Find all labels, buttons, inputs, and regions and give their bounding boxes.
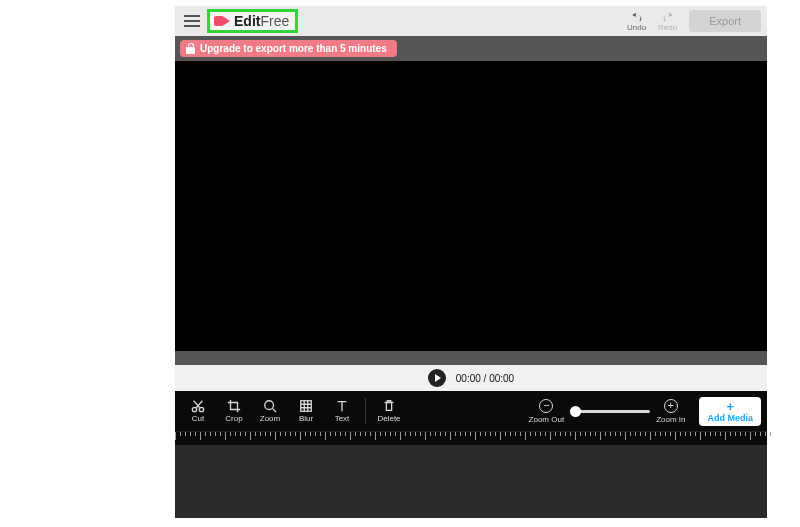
redo-button: Redo: [658, 11, 677, 32]
time-display: 00:00 / 00:00: [456, 373, 514, 384]
toolbar-divider: [365, 398, 366, 424]
zoom-slider[interactable]: [570, 410, 650, 413]
blur-button[interactable]: Blur: [289, 399, 323, 423]
trash-icon: [382, 399, 396, 413]
zoom-tool-button[interactable]: Zoom: [253, 399, 287, 423]
cut-icon: [191, 399, 205, 413]
crop-button[interactable]: Crop: [217, 399, 251, 423]
play-logo-icon: [214, 15, 232, 27]
app-root: EditFree Undo Redo Export Upgrade to exp…: [175, 6, 767, 518]
add-icon: +: [726, 400, 734, 413]
svg-point-0: [192, 407, 196, 411]
lock-icon: [186, 43, 195, 54]
undo-icon: [630, 11, 644, 23]
delete-button[interactable]: Delete: [372, 399, 406, 423]
crop-icon: [227, 399, 241, 413]
toolbar: Cut Crop Zoom Blur Text Delete − Zoom Ou…: [175, 391, 767, 431]
svg-rect-3: [301, 401, 312, 412]
magnifier-icon: [263, 399, 277, 413]
zoom-in-button[interactable]: + Zoom In: [656, 399, 685, 424]
redo-icon: [661, 11, 675, 23]
header-bar: EditFree Undo Redo Export: [175, 6, 767, 36]
undo-button[interactable]: Undo: [627, 11, 646, 32]
plus-icon: +: [664, 399, 678, 413]
hamburger-menu-icon[interactable]: [181, 10, 203, 32]
stage-footer: [175, 351, 767, 365]
app-logo: EditFree: [207, 9, 298, 33]
upgrade-banner[interactable]: Upgrade to export more than 5 minutes: [180, 40, 397, 57]
playback-bar: 00:00 / 00:00: [175, 365, 767, 391]
timeline-ruler[interactable]: [175, 431, 767, 445]
text-button[interactable]: Text: [325, 399, 359, 423]
svg-point-2: [265, 401, 274, 410]
add-media-button[interactable]: + Add Media: [699, 397, 761, 426]
zoom-controls: − Zoom Out + Zoom In + Add Media: [529, 397, 761, 426]
redo-label: Redo: [658, 23, 677, 32]
zoom-out-button[interactable]: − Zoom Out: [529, 399, 565, 424]
stage-area: Upgrade to export more than 5 minutes: [175, 36, 767, 365]
cut-button[interactable]: Cut: [181, 399, 215, 423]
minus-icon: −: [539, 399, 553, 413]
play-button[interactable]: [428, 369, 446, 387]
svg-point-1: [199, 407, 203, 411]
text-icon: [335, 399, 349, 413]
timeline-track[interactable]: [175, 445, 767, 518]
video-preview[interactable]: [175, 61, 767, 351]
export-button[interactable]: Export: [689, 10, 761, 32]
blur-icon: [299, 399, 313, 413]
undo-label: Undo: [627, 23, 646, 32]
add-media-label: Add Media: [707, 413, 753, 423]
banner-text: Upgrade to export more than 5 minutes: [200, 43, 387, 54]
logo-text: EditFree: [234, 13, 289, 29]
